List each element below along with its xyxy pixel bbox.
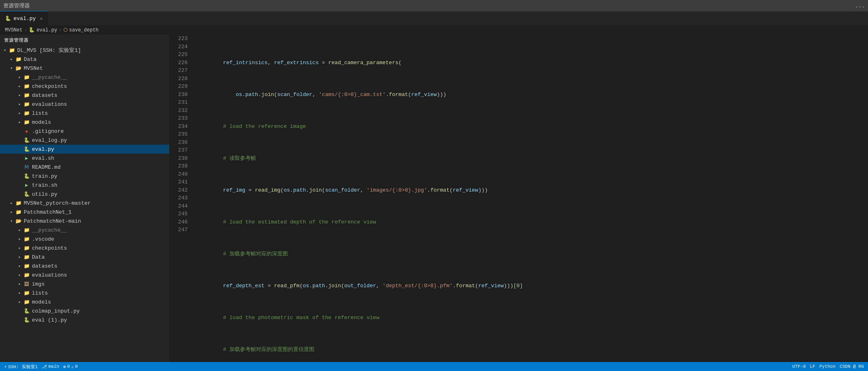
pycache1-arrow bbox=[16, 74, 23, 80]
breadcrumb-savedepth[interactable]: save_depth bbox=[69, 27, 99, 33]
ln-228: 228 bbox=[178, 75, 188, 83]
code-editor[interactable]: 223 224 225 226 227 228 229 230 231 232 … bbox=[170, 35, 868, 362]
sidebar-item-data1[interactable]: 📁 Data bbox=[0, 55, 169, 64]
breadcrumb-mvsnet[interactable]: MVSNet bbox=[5, 27, 22, 33]
imgs2-label: imgs bbox=[32, 281, 45, 287]
sidebar-item-datasets2[interactable]: 📁 datasets bbox=[0, 261, 169, 270]
breadcrumb: MVSNet › 🐍 eval.py › ⬡ save_depth bbox=[0, 26, 868, 35]
title-menu-icon[interactable]: ... bbox=[855, 3, 865, 9]
data1-icon: 📁 bbox=[15, 56, 22, 63]
sidebar-item-patchmatch-main[interactable]: 📂 PatchmatchNet-main bbox=[0, 217, 169, 226]
ln-235: 235 bbox=[178, 130, 188, 139]
sidebar-item-evallog1[interactable]: 🐍 eval_log.py bbox=[0, 136, 169, 145]
mvsnet-arrow bbox=[8, 65, 15, 72]
sidebar-item-evalpy1[interactable]: 🐍 eval.py bbox=[0, 145, 169, 154]
sidebar-item-vscode2[interactable]: 📁 .vscode bbox=[0, 235, 169, 244]
datasets1-label: datasets bbox=[32, 92, 57, 98]
ln-224: 224 bbox=[178, 43, 188, 51]
sidebar-item-trainpy1[interactable]: 🐍 train.py bbox=[0, 172, 169, 181]
sidebar-item-lists2[interactable]: 📁 lists bbox=[0, 288, 169, 297]
colmap-label: colmap_input.py bbox=[32, 308, 80, 314]
ln-233: 233 bbox=[178, 114, 188, 123]
models1-icon: 📁 bbox=[23, 118, 30, 126]
sidebar-item-patchmatch1[interactable]: 📁 PatchmatchNet_1 bbox=[0, 208, 169, 217]
sidebar-item-eval1py[interactable]: 🐍 eval (1).py bbox=[0, 315, 169, 324]
title-bar: 资源管理器 ... bbox=[0, 0, 868, 11]
evalpy1-label: eval.py bbox=[32, 146, 54, 152]
trainsh1-icon: ▶ bbox=[23, 181, 30, 189]
sidebar-item-evalsh1[interactable]: ▶ eval.sh bbox=[0, 154, 169, 163]
eval1py-icon: 🐍 bbox=[23, 316, 30, 324]
evalsh1-icon: ▶ bbox=[23, 154, 30, 162]
sidebar-item-readme1[interactable]: Ⅿ README.md bbox=[0, 163, 169, 172]
status-encoding[interactable]: UTF-8 bbox=[792, 364, 806, 369]
models2-arrow bbox=[16, 299, 23, 305]
sidebar-item-data2[interactable]: 📁 Data bbox=[0, 253, 169, 261]
root-folder-icon: 📁 bbox=[8, 47, 16, 54]
sidebar-item-mvsnet[interactable]: 📂 MVSNet bbox=[0, 64, 169, 73]
tab-eval-py[interactable]: 🐍 eval.py ✕ bbox=[0, 11, 48, 25]
file-explorer-sidebar: 资源管理器 📁 DL_MVS [SSH: 实验室1] 📁 Data 📂 MVSN… bbox=[0, 35, 170, 362]
sidebar-item-pycache2[interactable]: 📁 __pycache__ bbox=[0, 226, 169, 235]
patchmatch1-icon: 📁 bbox=[15, 208, 22, 216]
line-numbers: 223 224 225 226 227 228 229 230 231 232 … bbox=[170, 35, 194, 362]
utils1-arrow bbox=[16, 191, 23, 197]
lists1-label: lists bbox=[32, 110, 48, 116]
root-label: DL_MVS [SSH: 实验室1] bbox=[17, 47, 81, 54]
sidebar-item-pycache1[interactable]: 📁 __pycache__ bbox=[0, 73, 169, 82]
sidebar-item-datasets1[interactable]: 📁 datasets bbox=[0, 91, 169, 100]
models1-label: models bbox=[32, 119, 51, 125]
status-ssh[interactable]: ⚡ SSH: 实验室1 bbox=[4, 364, 38, 370]
datasets2-arrow bbox=[16, 263, 23, 269]
status-right-label: CSDN @ RG bbox=[840, 364, 864, 369]
tab-close-button[interactable]: ✕ bbox=[40, 16, 43, 21]
status-line-ending[interactable]: LF bbox=[810, 364, 815, 369]
ln-234: 234 bbox=[178, 123, 188, 131]
sidebar-item-models2[interactable]: 📁 models bbox=[0, 297, 169, 306]
main-area: 资源管理器 📁 DL_MVS [SSH: 实验室1] 📁 Data 📂 MVSN… bbox=[0, 35, 868, 362]
root-folder[interactable]: 📁 DL_MVS [SSH: 实验室1] bbox=[0, 46, 169, 55]
sidebar-item-utils1[interactable]: 🐍 utils.py bbox=[0, 190, 169, 199]
ln-245: 245 bbox=[178, 210, 188, 218]
ln-239: 239 bbox=[178, 162, 188, 170]
sidebar-item-imgs2[interactable]: 🖼 imgs bbox=[0, 279, 169, 288]
pycache2-label: __pycache__ bbox=[32, 227, 67, 233]
sidebar-item-evaluations1[interactable]: 📁 evaluations bbox=[0, 100, 169, 109]
sidebar-item-models1[interactable]: 📁 models bbox=[0, 118, 169, 127]
code-line-229: # 加载参考帧对应的深度图 bbox=[197, 250, 868, 258]
patchmatch1-label: PatchmatchNet_1 bbox=[24, 209, 72, 215]
sidebar-item-evaluations2[interactable]: 📁 evaluations bbox=[0, 270, 169, 279]
mvsnet-icon: 📂 bbox=[15, 65, 22, 72]
code-line-225: # load the reference image bbox=[197, 123, 868, 131]
status-branch[interactable]: ⎇ main bbox=[42, 364, 59, 369]
sidebar-item-checkpoints2[interactable]: 📁 checkpoints bbox=[0, 244, 169, 253]
code-line-224: os.path.join(scan_folder, 'cams/{:0>8}_c… bbox=[197, 91, 868, 99]
datasets2-icon: 📁 bbox=[23, 262, 30, 270]
lists1-arrow bbox=[16, 110, 23, 116]
breadcrumb-icon-fn: ⬡ bbox=[63, 27, 67, 33]
status-warning-count: 0 bbox=[75, 364, 78, 369]
sidebar-item-colmap[interactable]: 🐍 colmap_input.py bbox=[0, 306, 169, 315]
ln-247: 247 bbox=[178, 226, 188, 234]
evalpy1-icon: 🐍 bbox=[23, 145, 30, 153]
models1-arrow bbox=[16, 119, 23, 125]
sidebar-item-gitignore1[interactable]: ◈ .gitignore bbox=[0, 127, 169, 136]
status-language[interactable]: Python bbox=[819, 364, 836, 369]
data2-label: Data bbox=[32, 254, 45, 260]
ln-232: 232 bbox=[178, 107, 188, 115]
sidebar-item-trainsh1[interactable]: ▶ train.sh bbox=[0, 181, 169, 190]
sidebar-item-checkpoints1[interactable]: 📁 checkpoints bbox=[0, 82, 169, 91]
ln-226: 226 bbox=[178, 59, 188, 67]
code-lines: ref_intrinsics, ref_extrinsics = read_ca… bbox=[194, 35, 868, 362]
breadcrumb-evalpy[interactable]: eval.py bbox=[36, 27, 57, 33]
evaluations1-label: evaluations bbox=[32, 101, 67, 107]
patchmatch1-arrow bbox=[8, 209, 15, 215]
datasets2-label: datasets bbox=[32, 263, 57, 269]
code-line-231: # load the photometric mask of the refer… bbox=[197, 314, 868, 322]
code-container: 223 224 225 226 227 228 229 230 231 232 … bbox=[170, 35, 868, 362]
sidebar-item-mvsnet-pytorch[interactable]: 📁 MVSNet_pytorch-master bbox=[0, 199, 169, 208]
ln-242: 242 bbox=[178, 186, 188, 194]
status-errors[interactable]: ⊗ 0 ⚠ 0 bbox=[63, 364, 78, 369]
sidebar-item-lists1[interactable]: 📁 lists bbox=[0, 109, 169, 118]
explorer-title: 资源管理器 bbox=[0, 35, 169, 46]
